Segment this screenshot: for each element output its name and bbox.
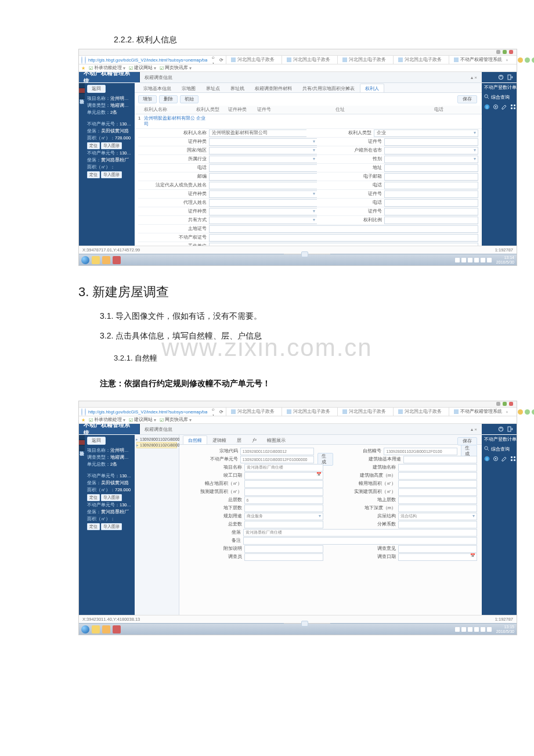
back-button[interactable]: 返回	[87, 437, 106, 445]
id-type-select[interactable]	[209, 138, 317, 146]
tools-icon[interactable]	[532, 409, 534, 415]
browser-tab[interactable]: 河北国土电子政务	[337, 408, 391, 416]
locate-button[interactable]: 定位	[87, 494, 100, 501]
win-maximize-icon[interactable]	[503, 50, 507, 54]
gear-icon[interactable]	[493, 104, 499, 110]
search-link[interactable]: 综合查询	[482, 92, 517, 102]
email-input[interactable]	[384, 173, 478, 181]
logout-icon[interactable]	[507, 74, 513, 80]
add-button[interactable]: 增加	[138, 95, 157, 103]
win-minimize-icon[interactable]	[496, 402, 500, 406]
form-input[interactable]	[398, 496, 477, 504]
tab-active[interactable]: 权利人	[360, 84, 384, 92]
favorites-icon[interactable]	[525, 409, 530, 415]
taskbar-icon[interactable]	[92, 256, 100, 264]
form-input[interactable]	[398, 553, 477, 561]
search-link[interactable]: 综合查询	[482, 444, 517, 454]
tab-close-icon[interactable]: ×	[506, 57, 508, 63]
stat-link[interactable]: 不动产登数计单	[482, 435, 517, 444]
locate-button[interactable]: 定位	[87, 171, 100, 178]
form-input[interactable]	[244, 521, 323, 528]
side-tab[interactable]: 补录项目	[79, 445, 85, 451]
side-tab[interactable]: 补录项目	[79, 93, 85, 99]
save-button[interactable]: 保存	[457, 437, 477, 445]
tab[interactable]: 权籍调查附件材料	[250, 84, 297, 92]
taskbar-icon[interactable]	[92, 625, 100, 633]
industry-select[interactable]	[209, 156, 317, 163]
search-dropdown-icon[interactable]: ⌕ ▾	[212, 406, 215, 417]
land-cert-input[interactable]	[209, 225, 478, 233]
browser-tab[interactable]: 河北国土电子政务	[393, 56, 446, 64]
agent-phone-input[interactable]	[384, 199, 478, 207]
search-dropdown-icon[interactable]: ⌕ ▾	[212, 55, 215, 65]
form-input[interactable]: 130928001102GB00012F0100	[384, 448, 457, 455]
tab[interactable]: 共有/共用宗地面积分摊表	[297, 84, 360, 92]
back-button[interactable]: 返回	[87, 85, 106, 93]
win-close-icon[interactable]	[509, 50, 513, 54]
import-graphic-button[interactable]: 导入图形	[101, 142, 122, 149]
refresh-icon[interactable]: ⟳	[219, 409, 223, 415]
browser-tab[interactable]: 河北国土电子政务	[226, 408, 279, 416]
province-select[interactable]	[384, 147, 478, 154]
start-button[interactable]	[81, 625, 89, 633]
fav-link[interactable]: ☑网页快讯库	[160, 417, 192, 423]
form-input[interactable]: 商业服务	[244, 513, 323, 520]
form-input[interactable]	[244, 472, 323, 480]
share-ratio-input[interactable]	[384, 217, 478, 224]
tab[interactable]: 界址线	[225, 84, 250, 92]
system-tray[interactable]	[455, 258, 492, 262]
side-tab[interactable]: 专题目录	[79, 435, 85, 440]
locate-button[interactable]: 定位	[87, 523, 100, 530]
form-input[interactable]	[398, 480, 477, 488]
form-input[interactable]: 黄河路墨粉厂商住楼	[243, 529, 477, 537]
tab[interactable]: 层	[232, 435, 247, 444]
system-tray[interactable]	[455, 627, 492, 632]
form-input[interactable]	[398, 464, 477, 471]
tab-close-icon[interactable]: ×	[506, 409, 508, 415]
stat-link[interactable]: 不动产登数计单	[482, 83, 517, 92]
url-input[interactable]: http://gis.hbgt.gov/bdcGIS_V2/index.html…	[88, 409, 207, 415]
form-input[interactable]	[398, 521, 477, 528]
dropdown-icon[interactable]	[470, 129, 478, 137]
table-row[interactable]: 1 沧州明胶盈影材料有限公司 企业	[135, 114, 482, 129]
back-icon[interactable]	[81, 56, 82, 64]
refresh-icon[interactable]: ⟳	[219, 57, 223, 63]
work-unit-input[interactable]	[209, 243, 478, 246]
id-number-input[interactable]	[384, 138, 478, 146]
browser-tab-active[interactable]: 不动产权籍管理系统×	[449, 56, 513, 64]
form-input[interactable]	[243, 537, 477, 545]
win-maximize-icon[interactable]	[503, 402, 507, 406]
favorites-icon[interactable]	[525, 57, 530, 63]
form-input[interactable]	[244, 553, 323, 561]
side-tab-active[interactable]: 项目信息	[79, 88, 85, 93]
share-mode-select[interactable]	[209, 217, 317, 224]
legal-rep-name-input[interactable]	[209, 182, 317, 189]
tab[interactable]: 宗地图	[176, 84, 201, 92]
form-input[interactable]	[244, 480, 323, 488]
gender-select[interactable]	[384, 156, 478, 163]
browser-tab[interactable]: 河北国土电子政务	[282, 56, 335, 64]
agent-idnum-input[interactable]	[384, 208, 478, 215]
tab[interactable]: 户	[247, 435, 262, 444]
form-input[interactable]	[244, 488, 323, 496]
grid-icon[interactable]	[510, 456, 516, 462]
form-input[interactable]: 6	[244, 496, 323, 504]
browser-tab[interactable]: 河北国土电子政务	[282, 408, 335, 416]
legal-rep-idtype-select[interactable]	[209, 190, 317, 198]
obligee-name-input[interactable]: 沧州明胶盈影材料有限公司	[209, 129, 306, 137]
browser-tab[interactable]: 河北国土电子政务	[393, 408, 446, 416]
gear-icon[interactable]	[493, 456, 499, 462]
address-input[interactable]	[384, 164, 478, 172]
phone-input[interactable]	[209, 164, 317, 172]
forward-icon[interactable]	[85, 56, 86, 64]
tab[interactable]: 宗地基本信息	[138, 84, 176, 92]
save-button[interactable]: 保存	[457, 95, 477, 103]
agent-name-input[interactable]	[209, 199, 317, 207]
tree-node-selected[interactable]: 130928001102GB00012F0100	[136, 442, 177, 448]
form-input[interactable]	[398, 472, 477, 480]
back-icon[interactable]	[81, 408, 82, 416]
url-input[interactable]: http://gis.hbgt.gov/bdcGIS_V2/index.html…	[88, 57, 207, 63]
win-minimize-icon[interactable]	[496, 50, 500, 54]
taskbar-icon[interactable]	[113, 256, 121, 264]
form-input[interactable]	[244, 505, 323, 512]
